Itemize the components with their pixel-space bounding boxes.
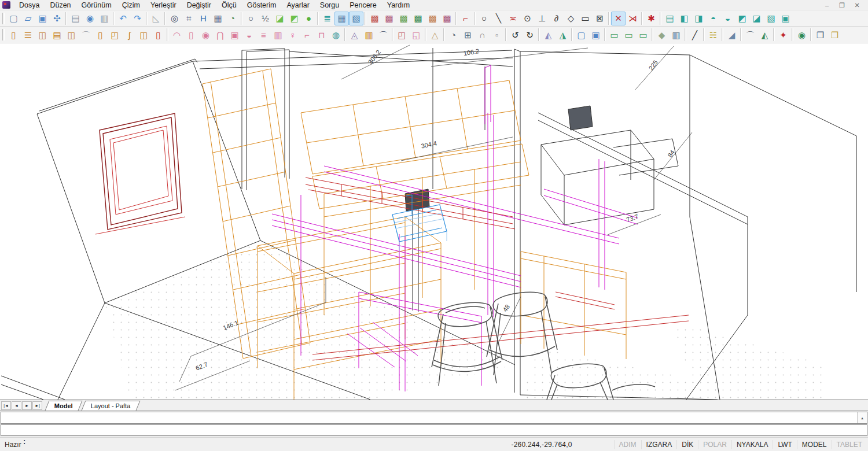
new-button[interactable]: ▢	[6, 12, 21, 25]
layers-button[interactable]: ≣	[320, 12, 334, 25]
solid-box-button[interactable]: ◆	[654, 28, 669, 42]
view-isometric-button[interactable]: ▧	[764, 12, 778, 25]
drawing-area[interactable]: 306.2 106.2 225 304.4 146.1 62.7 48 84 7…	[0, 43, 868, 400]
restore-button[interactable]: ❐	[834, 1, 849, 10]
snap-nearest-button[interactable]: ╲	[491, 12, 506, 25]
union-button[interactable]: ◉	[795, 28, 809, 42]
select-window-button[interactable]: ▢	[574, 28, 589, 42]
hatch-button[interactable]: ☵	[706, 28, 720, 42]
snap-intersection-button[interactable]: ✕	[611, 12, 626, 25]
publish-button[interactable]: ▥	[97, 12, 112, 25]
cabinet-render-button[interactable]: ◰	[395, 28, 409, 42]
shade-flat-button[interactable]: ◩	[287, 12, 301, 25]
render-wire-button[interactable]: ▩	[367, 12, 382, 25]
hood-button[interactable]: ◠	[170, 28, 184, 42]
rectangle-button[interactable]: ▭	[621, 28, 636, 42]
tall-cabinet-button[interactable]: ▯	[151, 28, 165, 42]
view-top-button[interactable]: ◧	[677, 12, 692, 25]
calculator-button[interactable]: ⌗	[182, 12, 196, 25]
zoom-button[interactable]: ○	[244, 12, 258, 25]
shelf-unit-button[interactable]: ☰	[21, 28, 35, 42]
scale-view-button[interactable]: ½	[258, 12, 273, 25]
properties-button[interactable]: ▦	[211, 12, 225, 25]
menu-sorgu[interactable]: Sorgu	[315, 0, 344, 10]
module-cabinet-button[interactable]: ◫	[137, 28, 151, 42]
first-tab-button[interactable]: |◄	[1, 401, 11, 410]
snap-node-button[interactable]: ⊠	[593, 12, 607, 25]
render-full-button[interactable]: ▩	[440, 12, 454, 25]
view-right-button[interactable]: ◒	[720, 12, 735, 25]
close-button[interactable]: ✕	[849, 1, 865, 10]
toggle-tablet[interactable]: TABLET	[832, 440, 867, 449]
snap-tangent-button[interactable]: ∂	[549, 12, 564, 25]
arc-tool-button[interactable]: ⌒	[376, 28, 391, 42]
menu-olcu[interactable]: Ölçü	[216, 0, 242, 10]
profile-button[interactable]: ∫	[122, 28, 137, 42]
toggle-lwt[interactable]: LWT	[773, 440, 796, 449]
toggle-nyakala[interactable]: NYAKALA	[731, 440, 773, 449]
view-bottom-button[interactable]: ◨	[692, 12, 706, 25]
cabinet-preview-button[interactable]: ◱	[409, 28, 424, 42]
menu-pencere[interactable]: Pencere	[344, 0, 382, 10]
menu-ayarlar[interactable]: Ayarlar	[281, 0, 314, 10]
tab-layout-pafta[interactable]: Layout - Pafta	[81, 401, 139, 411]
select-rect-button[interactable]: ▫	[490, 28, 504, 42]
last-tab-button[interactable]: ►|	[32, 401, 42, 410]
coordinate-display[interactable]: -260.244,-29.764,0	[512, 441, 572, 449]
decor-button[interactable]: △	[428, 28, 442, 42]
export-button[interactable]: ✣	[50, 12, 64, 25]
toggle-dik[interactable]: DİK	[676, 440, 698, 449]
copy-button[interactable]: ⊞	[461, 28, 475, 42]
tab-model[interactable]: Model	[45, 401, 83, 411]
column-button[interactable]: ▥	[669, 28, 683, 42]
undo-button[interactable]: ↶	[116, 12, 130, 25]
command-input-line[interactable]: :	[1, 424, 867, 436]
prev-tab-button[interactable]: ◄	[12, 401, 21, 410]
toolbar-grip[interactable]	[2, 13, 5, 24]
rotate-cw-button[interactable]: ↻	[523, 28, 537, 42]
catalog-button[interactable]: ▥	[362, 28, 376, 42]
render-hidden-button[interactable]: ▩	[382, 12, 396, 25]
unlock-button[interactable]: ∩	[475, 28, 490, 42]
sketch-button[interactable]: ⌒	[743, 28, 757, 42]
view-back-button[interactable]: ◪	[749, 12, 764, 25]
find-button[interactable]: ◎	[167, 12, 182, 25]
view-plan-button[interactable]: ▣	[778, 12, 793, 25]
minimize-button[interactable]: –	[819, 1, 834, 10]
menu-degistir[interactable]: Değiştir	[182, 0, 216, 10]
mirror-button[interactable]: ◭	[541, 28, 556, 42]
toggle-izgara[interactable]: IZGARA	[641, 440, 677, 449]
dishwasher-button[interactable]: ▥	[271, 28, 285, 42]
dish-rack-button[interactable]: ≡	[256, 28, 271, 42]
scroll-up-icon[interactable]: ▲	[858, 412, 867, 423]
shade-hidden-button[interactable]: ◪	[273, 12, 287, 25]
pick-tool-button[interactable]: ╱	[687, 28, 702, 42]
snap-endpoint-button[interactable]: ⌐	[458, 12, 473, 25]
explode-button[interactable]: ✦	[776, 28, 790, 42]
menu-dosya[interactable]: Dosya	[14, 0, 45, 10]
corner-cabinet-button[interactable]: ◫	[35, 28, 50, 42]
hanger-button[interactable]: ⌒	[79, 28, 93, 42]
sink-cabinet-button[interactable]: ◒	[242, 28, 256, 42]
door-leaf-button[interactable]: ▯	[93, 28, 108, 42]
lamp-button[interactable]: ♀	[285, 28, 300, 42]
save-button[interactable]: ▣	[35, 12, 50, 25]
menu-yerlestir[interactable]: Yerleştir	[145, 0, 182, 10]
drawer-cabinet-button[interactable]: ▤	[50, 28, 64, 42]
faucet-button[interactable]: ⌐	[300, 28, 314, 42]
command-scrollbar[interactable]: ▲ ▼	[857, 412, 867, 423]
print-button[interactable]: ▤	[68, 12, 83, 25]
menu-yardim[interactable]: Yardım	[382, 0, 415, 10]
snap-clear-button[interactable]: ✱	[644, 12, 659, 25]
text-style-button[interactable]: H	[196, 12, 211, 25]
lengthen-button[interactable]: ▭	[636, 28, 650, 42]
stretch-button[interactable]: ▭	[607, 28, 621, 42]
select-all-button[interactable]: ▣	[589, 28, 603, 42]
menu-duzen[interactable]: Düzen	[45, 0, 76, 10]
named-views-button[interactable]: ▤	[663, 12, 677, 25]
snap-midpoint-button[interactable]: ≍	[506, 12, 520, 25]
next-tab-button[interactable]: ►	[22, 401, 32, 410]
chamfer-button[interactable]: ◢	[724, 28, 739, 42]
menu-cizim[interactable]: Çizim	[117, 0, 145, 10]
fridge-button[interactable]: ▯	[184, 28, 198, 42]
